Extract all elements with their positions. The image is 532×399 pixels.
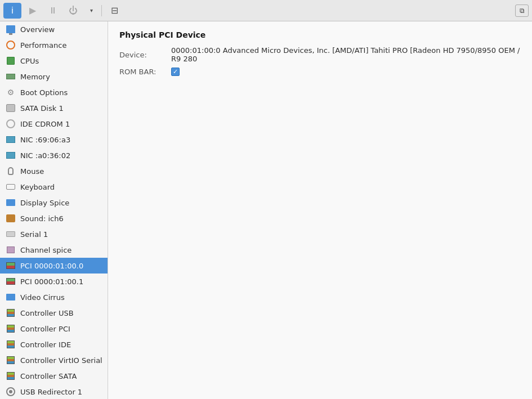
power-dropdown-button[interactable]: ▾	[84, 3, 98, 19]
section-title: Physical PCI Device	[119, 30, 521, 39]
sidebar-label-memory: Memory	[20, 73, 50, 81]
pci-icon	[6, 276, 16, 286]
sidebar-label-controller-pci: Controller PCI	[20, 325, 70, 333]
rom-bar-label: ROM BAR:	[119, 68, 164, 76]
toolbar: i ▶ ⏸ ⏻ ▾ ⊟ ⧉	[0, 0, 532, 21]
sidebar-label-video-cirrus: Video Cirrus	[20, 293, 65, 302]
sidebar-item-overview[interactable]: Overview	[0, 21, 108, 37]
sidebar-item-pci-0000-01-00-1[interactable]: PCI 0000:01:00.1	[0, 274, 108, 289]
sidebar: OverviewPerformanceCPUsMemory⚙Boot Optio…	[0, 21, 108, 399]
main-container: OverviewPerformanceCPUsMemory⚙Boot Optio…	[0, 21, 532, 399]
sidebar-item-serial-1[interactable]: Serial 1	[0, 226, 108, 242]
device-value: 0000:01:00:0 Advanced Micro Devices, Inc…	[171, 46, 521, 63]
sidebar-item-performance[interactable]: Performance	[0, 37, 108, 53]
serial-icon	[6, 229, 16, 239]
ram-icon	[6, 71, 16, 82]
pci-icon	[6, 261, 16, 271]
ide-ctrl-icon	[6, 339, 16, 349]
video-icon	[6, 292, 16, 302]
sidebar-label-cpus: CPUs	[20, 57, 39, 65]
sidebar-label-mouse: Mouse	[20, 167, 44, 176]
device-label: Device:	[119, 51, 164, 59]
sidebar-item-controller-ide[interactable]: Controller IDE	[0, 337, 108, 352]
rom-bar-checkbox[interactable]: ✓	[171, 68, 180, 76]
sidebar-label-pci-0000-01-00-1: PCI 0000:01:00.1	[20, 277, 83, 286]
sidebar-label-ide-cdrom-1: IDE CDROM 1	[20, 120, 70, 128]
content-area: Physical PCI Device Device: 0000:01:00:0…	[108, 21, 532, 399]
sidebar-label-sata-disk-1: SATA Disk 1	[20, 104, 64, 113]
toolbar-separator-1	[101, 5, 102, 16]
speaker-icon	[6, 213, 16, 223]
play-button[interactable]: ▶	[24, 3, 42, 19]
sidebar-item-sound-ich6[interactable]: Sound: ich6	[0, 210, 108, 226]
usb-redir-icon	[6, 387, 16, 397]
sidebar-item-usb-redirector-1[interactable]: USB Redirector 1	[0, 384, 108, 399]
hdd-icon	[6, 103, 16, 113]
sidebar-item-controller-pci[interactable]: Controller PCI	[0, 321, 108, 337]
mouse-icon	[6, 166, 16, 176]
sidebar-label-display-spice: Display Spice	[20, 199, 69, 207]
monitor-icon	[6, 24, 16, 34]
channel-icon	[6, 245, 16, 255]
sidebar-label-boot-options: Boot Options	[20, 88, 68, 97]
sidebar-label-controller-ide: Controller IDE	[20, 340, 71, 349]
sidebar-item-controller-virtio-serial[interactable]: Controller VirtIO Serial	[0, 352, 108, 368]
sidebar-label-overview: Overview	[20, 25, 55, 34]
sidebar-label-serial-1: Serial 1	[20, 230, 48, 239]
sidebar-label-controller-virtio-serial: Controller VirtIO Serial	[20, 356, 102, 365]
power-button[interactable]: ⏻	[64, 3, 82, 19]
window-control-button[interactable]: ⧉	[515, 5, 529, 17]
sidebar-label-keyboard: Keyboard	[20, 183, 55, 191]
sidebar-item-nic-1[interactable]: NIC :69:06:a3	[0, 132, 108, 147]
sidebar-item-nic-2[interactable]: NIC :a0:36:02	[0, 147, 108, 163]
sidebar-item-ide-cdrom-1[interactable]: IDE CDROM 1	[0, 116, 108, 132]
sidebar-label-channel-spice: Channel spice	[20, 246, 71, 254]
sidebar-item-channel-spice[interactable]: Channel spice	[0, 242, 108, 258]
chip-icon	[6, 56, 16, 66]
sidebar-item-video-cirrus[interactable]: Video Cirrus	[0, 289, 108, 305]
sidebar-label-nic-2: NIC :a0:36:02	[20, 151, 70, 160]
sidebar-label-nic-1: NIC :69:06:a3	[20, 136, 70, 144]
sidebar-item-keyboard[interactable]: Keyboard	[0, 179, 108, 195]
device-row: Device: 0000:01:00:0 Advanced Micro Devi…	[119, 46, 521, 63]
keyboard-icon	[6, 182, 16, 192]
sidebar-item-mouse[interactable]: Mouse	[0, 163, 108, 179]
gear-icon: ⚙	[6, 87, 16, 97]
pause-button[interactable]: ⏸	[44, 3, 62, 19]
info-button[interactable]: i	[3, 3, 21, 19]
cdrom-icon	[6, 119, 16, 129]
sidebar-label-controller-sata: Controller SATA	[20, 372, 77, 380]
sidebar-label-controller-usb: Controller USB	[20, 309, 74, 317]
screen-icon	[6, 198, 16, 208]
sidebar-item-controller-usb[interactable]: Controller USB	[0, 305, 108, 321]
sidebar-label-pci-0000-01-00-0: PCI 0000:01:00.0	[20, 262, 83, 270]
sidebar-label-usb-redirector-1: USB Redirector 1	[20, 388, 82, 396]
nic-icon	[6, 135, 16, 145]
sidebar-item-boot-options[interactable]: ⚙Boot Options	[0, 84, 108, 100]
nic-icon	[6, 150, 16, 160]
rom-bar-row: ROM BAR: ✓	[119, 68, 521, 76]
gauge-icon	[6, 40, 16, 50]
pci-ctrl-icon	[6, 324, 16, 334]
sidebar-item-controller-sata[interactable]: Controller SATA	[0, 368, 108, 384]
sidebar-item-pci-0000-01-00-0[interactable]: PCI 0000:01:00.0	[0, 258, 108, 274]
sidebar-item-display-spice[interactable]: Display Spice	[0, 195, 108, 210]
sidebar-label-performance: Performance	[20, 41, 66, 50]
sidebar-item-cpus[interactable]: CPUs	[0, 53, 108, 69]
virtio-icon	[6, 355, 16, 365]
sidebar-item-sata-disk-1[interactable]: SATA Disk 1	[0, 100, 108, 116]
sidebar-item-memory[interactable]: Memory	[0, 69, 108, 84]
snapshot-button[interactable]: ⊟	[105, 3, 123, 19]
usb-ctrl-icon	[6, 308, 16, 318]
sidebar-label-sound-ich6: Sound: ich6	[20, 214, 64, 223]
sata-ctrl-icon	[6, 371, 16, 381]
